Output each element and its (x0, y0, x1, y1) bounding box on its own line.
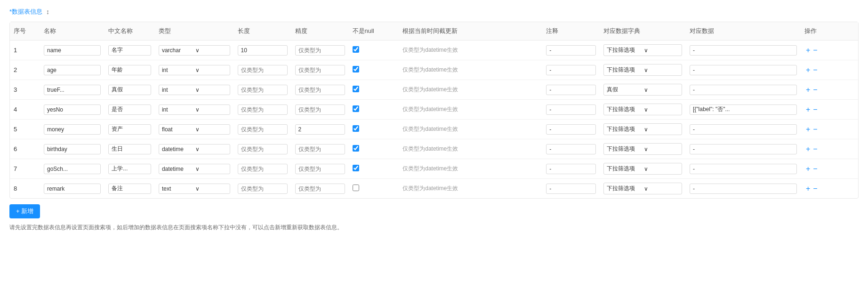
add-row-button[interactable]: + (804, 86, 812, 94)
type-select[interactable]: text∨ (159, 184, 230, 194)
type-select[interactable]: float∨ (159, 124, 230, 135)
comment-input[interactable] (546, 144, 596, 154)
precision-input[interactable] (295, 124, 345, 135)
delete-row-button[interactable]: − (812, 145, 819, 153)
comment-input[interactable] (546, 65, 596, 75)
data-input[interactable] (690, 45, 797, 56)
cnname-input[interactable] (108, 45, 151, 56)
comment-input[interactable] (546, 104, 596, 115)
notnull-checkbox[interactable] (353, 46, 359, 53)
length-input[interactable] (238, 164, 288, 174)
notnull-checkbox[interactable] (353, 125, 359, 132)
cnname-input[interactable] (108, 144, 151, 154)
cell-data (686, 40, 801, 60)
add-row-button[interactable]: + (804, 165, 812, 173)
comment-input[interactable] (546, 85, 596, 95)
delete-row-button[interactable]: − (812, 185, 819, 193)
delete-row-button[interactable]: − (812, 105, 819, 114)
table-row: 7datetime∨仅类型为datetime生效下拉筛选项∨+− (10, 159, 858, 179)
name-input[interactable] (44, 124, 101, 135)
delete-row-button[interactable]: − (812, 125, 819, 134)
data-input[interactable] (690, 184, 797, 194)
precision-input[interactable] (295, 144, 345, 154)
dict-select[interactable]: 真假∨ (603, 84, 682, 96)
cell-type: int∨ (155, 100, 234, 120)
precision-input[interactable] (295, 184, 345, 194)
table-header-row: 序号 名称 中文名称 类型 长度 精度 不是null 根据当前时间截更新 注释 … (10, 22, 858, 40)
name-input[interactable] (44, 45, 101, 56)
precision-input[interactable] (295, 85, 345, 95)
notnull-checkbox[interactable] (353, 145, 359, 152)
cell-notnull (349, 60, 399, 80)
cnname-input[interactable] (108, 104, 151, 115)
dict-select[interactable]: 下拉筛选项∨ (603, 163, 682, 175)
cnname-input[interactable] (108, 184, 151, 194)
type-select[interactable]: datetime∨ (159, 144, 230, 154)
name-input[interactable] (44, 144, 101, 154)
notnull-checkbox[interactable] (353, 165, 359, 171)
data-input[interactable] (690, 124, 797, 135)
cnname-input[interactable] (108, 85, 151, 95)
add-row-button[interactable]: + (804, 46, 812, 55)
add-row-button[interactable]: + (804, 66, 812, 74)
length-input[interactable] (238, 124, 288, 135)
add-row-button[interactable]: + (804, 125, 812, 134)
cell-precision (291, 100, 349, 120)
cell-seq: 5 (10, 120, 40, 139)
type-select[interactable]: int∨ (159, 104, 230, 115)
comment-input[interactable] (546, 45, 596, 56)
dict-select[interactable]: 下拉筛选项∨ (603, 104, 682, 115)
type-select[interactable]: int∨ (159, 65, 230, 75)
dict-select[interactable]: 下拉筛选项∨ (603, 183, 682, 194)
length-input[interactable] (238, 45, 288, 56)
dict-select[interactable]: 下拉筛选项∨ (603, 143, 682, 155)
add-button[interactable]: + 新增 (9, 204, 40, 218)
data-input[interactable] (690, 164, 797, 174)
cell-name (40, 80, 104, 100)
comment-input[interactable] (546, 164, 596, 174)
cell-type: int∨ (155, 60, 234, 80)
add-row-button[interactable]: + (804, 145, 812, 153)
type-select[interactable]: int∨ (159, 85, 230, 95)
update-hint: 仅类型为datetime生效 (402, 126, 458, 132)
name-input[interactable] (44, 85, 101, 95)
add-row-button[interactable]: + (804, 105, 812, 114)
notnull-checkbox[interactable] (353, 86, 359, 92)
notnull-checkbox[interactable] (353, 66, 359, 72)
precision-input[interactable] (295, 164, 345, 174)
notnull-checkbox[interactable] (353, 105, 359, 112)
type-select[interactable]: varchar∨ (159, 45, 230, 56)
data-input[interactable] (690, 144, 797, 154)
cnname-input[interactable] (108, 164, 151, 174)
dict-select[interactable]: 下拉筛选项∨ (603, 123, 682, 135)
length-input[interactable] (238, 65, 288, 75)
name-input[interactable] (44, 164, 101, 174)
comment-input[interactable] (546, 184, 596, 194)
delete-row-button[interactable]: − (812, 86, 819, 94)
name-input[interactable] (44, 65, 101, 75)
name-input[interactable] (44, 104, 101, 115)
precision-input[interactable] (295, 45, 345, 56)
length-input[interactable] (238, 184, 288, 194)
type-select[interactable]: datetime∨ (159, 164, 230, 174)
data-input[interactable] (690, 104, 797, 115)
delete-row-button[interactable]: − (812, 66, 819, 74)
precision-input[interactable] (295, 65, 345, 75)
length-input[interactable] (238, 85, 288, 95)
notnull-checkbox[interactable] (353, 185, 359, 191)
dict-select[interactable]: 下拉筛选项∨ (603, 44, 682, 56)
name-input[interactable] (44, 184, 101, 194)
length-input[interactable] (238, 104, 288, 115)
cnname-input[interactable] (108, 124, 151, 135)
data-input[interactable] (690, 65, 797, 75)
data-input[interactable] (690, 85, 797, 95)
precision-input[interactable] (295, 104, 345, 115)
length-input[interactable] (238, 144, 288, 154)
sort-icon[interactable]: ↕ (46, 8, 49, 16)
delete-row-button[interactable]: − (812, 165, 819, 173)
add-row-button[interactable]: + (804, 185, 812, 193)
delete-row-button[interactable]: − (812, 46, 819, 55)
comment-input[interactable] (546, 124, 596, 135)
cnname-input[interactable] (108, 65, 151, 75)
dict-select[interactable]: 下拉筛选项∨ (603, 64, 682, 76)
